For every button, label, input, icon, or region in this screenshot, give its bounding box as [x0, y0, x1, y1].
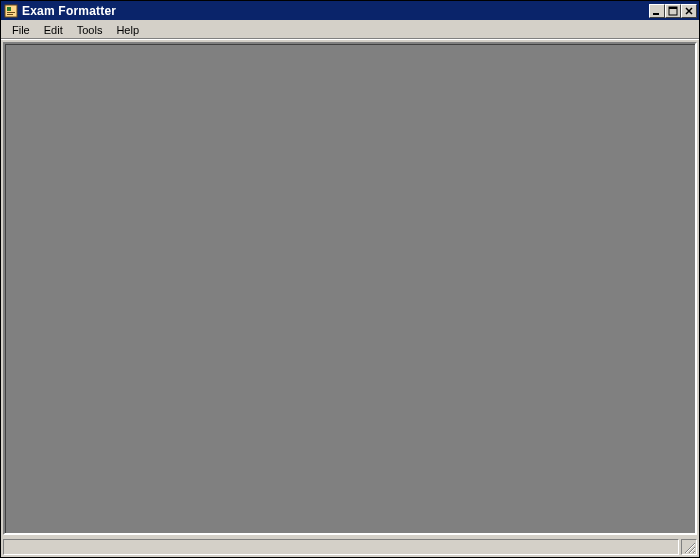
svg-rect-4: [653, 13, 659, 15]
resize-grip[interactable]: [681, 539, 697, 555]
app-window: Exam Formatter File Edit Tools Help: [0, 0, 700, 558]
mdi-client-area: [3, 42, 697, 535]
minimize-button[interactable]: [649, 4, 665, 18]
titlebar[interactable]: Exam Formatter: [1, 1, 699, 20]
menubar: File Edit Tools Help: [1, 20, 699, 40]
menu-edit[interactable]: Edit: [37, 22, 70, 38]
svg-rect-1: [7, 7, 11, 11]
app-icon: [3, 3, 19, 19]
close-button[interactable]: [681, 4, 697, 18]
svg-rect-2: [7, 12, 15, 13]
svg-line-12: [694, 552, 695, 553]
svg-rect-6: [669, 7, 677, 9]
menu-help[interactable]: Help: [109, 22, 146, 38]
window-title: Exam Formatter: [22, 4, 649, 18]
menu-file[interactable]: File: [5, 22, 37, 38]
maximize-button[interactable]: [665, 4, 681, 18]
status-text: [3, 539, 679, 555]
window-controls: [649, 4, 697, 18]
statusbar: [1, 537, 699, 557]
svg-rect-3: [7, 14, 13, 15]
client-wrapper: [1, 40, 699, 537]
menu-tools[interactable]: Tools: [70, 22, 110, 38]
